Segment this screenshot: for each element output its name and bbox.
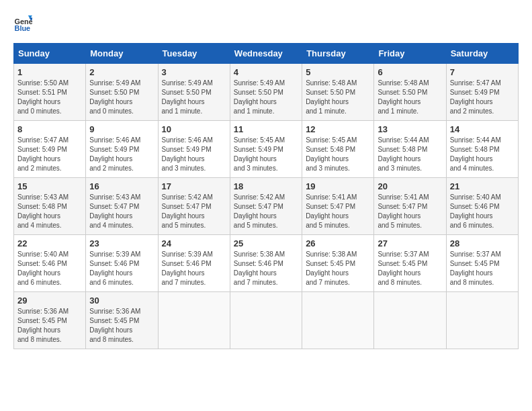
day-number: 7 bbox=[450, 67, 515, 77]
weekday-header-wednesday: Wednesday bbox=[230, 44, 302, 64]
day-number: 12 bbox=[306, 124, 370, 134]
day-number: 4 bbox=[234, 67, 298, 77]
day-number: 18 bbox=[234, 181, 298, 191]
cell-content: Sunrise: 5:42 AMSunset: 5:47 PMDaylight … bbox=[162, 193, 226, 230]
day-number: 6 bbox=[378, 67, 442, 77]
page-header: General Blue bbox=[13, 13, 519, 32]
day-number: 29 bbox=[17, 295, 82, 306]
week-row-4: 22Sunrise: 5:40 AMSunset: 5:46 PMDayligh… bbox=[14, 235, 519, 292]
calendar-cell: 19Sunrise: 5:41 AMSunset: 5:47 PMDayligh… bbox=[302, 178, 374, 235]
day-number: 10 bbox=[162, 124, 226, 134]
cell-content: Sunrise: 5:49 AMSunset: 5:50 PMDaylight … bbox=[162, 79, 226, 116]
cell-content: Sunrise: 5:43 AMSunset: 5:48 PMDaylight … bbox=[17, 193, 82, 230]
calendar-cell: 15Sunrise: 5:43 AMSunset: 5:48 PMDayligh… bbox=[14, 178, 86, 235]
day-number: 22 bbox=[17, 238, 82, 248]
cell-content: Sunrise: 5:42 AMSunset: 5:47 PMDaylight … bbox=[234, 193, 298, 230]
day-number: 21 bbox=[450, 181, 515, 191]
day-number: 17 bbox=[162, 181, 226, 191]
calendar-cell: 14Sunrise: 5:44 AMSunset: 5:48 PMDayligh… bbox=[446, 121, 518, 178]
day-number: 8 bbox=[17, 124, 82, 134]
calendar-cell: 21Sunrise: 5:40 AMSunset: 5:46 PMDayligh… bbox=[446, 178, 518, 235]
cell-content: Sunrise: 5:37 AMSunset: 5:45 PMDaylight … bbox=[378, 250, 442, 287]
calendar-cell bbox=[230, 292, 302, 349]
cell-content: Sunrise: 5:40 AMSunset: 5:46 PMDaylight … bbox=[450, 193, 515, 230]
day-number: 30 bbox=[89, 295, 154, 306]
calendar-cell: 22Sunrise: 5:40 AMSunset: 5:46 PMDayligh… bbox=[14, 235, 86, 292]
calendar-table: SundayMondayTuesdayWednesdayThursdayFrid… bbox=[13, 43, 519, 349]
cell-content: Sunrise: 5:39 AMSunset: 5:46 PMDaylight … bbox=[162, 250, 226, 287]
weekday-header-monday: Monday bbox=[86, 44, 158, 64]
day-number: 9 bbox=[89, 124, 154, 134]
calendar-cell: 1Sunrise: 5:50 AMSunset: 5:51 PMDaylight… bbox=[14, 64, 86, 121]
cell-content: Sunrise: 5:41 AMSunset: 5:47 PMDaylight … bbox=[306, 193, 370, 230]
calendar-cell: 28Sunrise: 5:37 AMSunset: 5:45 PMDayligh… bbox=[446, 235, 518, 292]
day-number: 1 bbox=[17, 67, 82, 77]
weekday-header-friday: Friday bbox=[374, 44, 446, 64]
day-number: 28 bbox=[450, 238, 515, 248]
day-number: 19 bbox=[306, 181, 370, 191]
calendar-cell: 17Sunrise: 5:42 AMSunset: 5:47 PMDayligh… bbox=[158, 178, 230, 235]
calendar-cell: 2Sunrise: 5:49 AMSunset: 5:50 PMDaylight… bbox=[86, 64, 158, 121]
calendar-cell: 12Sunrise: 5:45 AMSunset: 5:48 PMDayligh… bbox=[302, 121, 374, 178]
day-number: 20 bbox=[378, 181, 442, 191]
logo-icon: General Blue bbox=[13, 13, 32, 32]
cell-content: Sunrise: 5:38 AMSunset: 5:46 PMDaylight … bbox=[234, 250, 298, 287]
cell-content: Sunrise: 5:49 AMSunset: 5:50 PMDaylight … bbox=[234, 79, 298, 116]
calendar-cell: 29Sunrise: 5:36 AMSunset: 5:45 PMDayligh… bbox=[14, 292, 86, 349]
calendar-cell: 8Sunrise: 5:47 AMSunset: 5:49 PMDaylight… bbox=[14, 121, 86, 178]
cell-content: Sunrise: 5:39 AMSunset: 5:46 PMDaylight … bbox=[89, 250, 154, 287]
calendar-cell: 26Sunrise: 5:38 AMSunset: 5:45 PMDayligh… bbox=[302, 235, 374, 292]
calendar-cell: 6Sunrise: 5:48 AMSunset: 5:50 PMDaylight… bbox=[374, 64, 446, 121]
calendar-cell: 27Sunrise: 5:37 AMSunset: 5:45 PMDayligh… bbox=[374, 235, 446, 292]
day-number: 25 bbox=[234, 238, 298, 248]
cell-content: Sunrise: 5:36 AMSunset: 5:45 PMDaylight … bbox=[89, 307, 154, 345]
weekday-header-thursday: Thursday bbox=[302, 44, 374, 64]
day-number: 11 bbox=[234, 124, 298, 134]
cell-content: Sunrise: 5:45 AMSunset: 5:48 PMDaylight … bbox=[306, 136, 370, 173]
week-row-5: 29Sunrise: 5:36 AMSunset: 5:45 PMDayligh… bbox=[14, 292, 519, 349]
calendar-cell bbox=[374, 292, 446, 349]
weekday-header-saturday: Saturday bbox=[446, 44, 518, 64]
cell-content: Sunrise: 5:46 AMSunset: 5:49 PMDaylight … bbox=[89, 136, 154, 173]
calendar-cell: 18Sunrise: 5:42 AMSunset: 5:47 PMDayligh… bbox=[230, 178, 302, 235]
day-number: 15 bbox=[17, 181, 82, 191]
weekday-header-row: SundayMondayTuesdayWednesdayThursdayFrid… bbox=[14, 44, 519, 64]
calendar-cell: 3Sunrise: 5:49 AMSunset: 5:50 PMDaylight… bbox=[158, 64, 230, 121]
calendar-cell: 24Sunrise: 5:39 AMSunset: 5:46 PMDayligh… bbox=[158, 235, 230, 292]
day-number: 23 bbox=[89, 238, 154, 248]
calendar-cell bbox=[302, 292, 374, 349]
svg-text:Blue: Blue bbox=[15, 24, 31, 32]
calendar-cell: 5Sunrise: 5:48 AMSunset: 5:50 PMDaylight… bbox=[302, 64, 374, 121]
cell-content: Sunrise: 5:38 AMSunset: 5:45 PMDaylight … bbox=[306, 250, 370, 287]
cell-content: Sunrise: 5:50 AMSunset: 5:51 PMDaylight … bbox=[17, 79, 82, 116]
week-row-2: 8Sunrise: 5:47 AMSunset: 5:49 PMDaylight… bbox=[14, 121, 519, 178]
cell-content: Sunrise: 5:49 AMSunset: 5:50 PMDaylight … bbox=[89, 79, 154, 116]
calendar-cell: 13Sunrise: 5:44 AMSunset: 5:48 PMDayligh… bbox=[374, 121, 446, 178]
week-row-3: 15Sunrise: 5:43 AMSunset: 5:48 PMDayligh… bbox=[14, 178, 519, 235]
calendar-cell: 4Sunrise: 5:49 AMSunset: 5:50 PMDaylight… bbox=[230, 64, 302, 121]
calendar-cell bbox=[446, 292, 518, 349]
week-row-1: 1Sunrise: 5:50 AMSunset: 5:51 PMDaylight… bbox=[14, 64, 519, 121]
cell-content: Sunrise: 5:37 AMSunset: 5:45 PMDaylight … bbox=[450, 250, 515, 287]
cell-content: Sunrise: 5:46 AMSunset: 5:49 PMDaylight … bbox=[162, 136, 226, 173]
calendar-cell: 10Sunrise: 5:46 AMSunset: 5:49 PMDayligh… bbox=[158, 121, 230, 178]
day-number: 3 bbox=[162, 67, 226, 77]
weekday-header-tuesday: Tuesday bbox=[158, 44, 230, 64]
day-number: 13 bbox=[378, 124, 442, 134]
calendar-cell: 11Sunrise: 5:45 AMSunset: 5:49 PMDayligh… bbox=[230, 121, 302, 178]
day-number: 26 bbox=[306, 238, 370, 248]
calendar-cell: 30Sunrise: 5:36 AMSunset: 5:45 PMDayligh… bbox=[86, 292, 158, 349]
cell-content: Sunrise: 5:47 AMSunset: 5:49 PMDaylight … bbox=[17, 136, 82, 173]
cell-content: Sunrise: 5:47 AMSunset: 5:49 PMDaylight … bbox=[450, 79, 515, 116]
calendar-cell: 20Sunrise: 5:41 AMSunset: 5:47 PMDayligh… bbox=[374, 178, 446, 235]
calendar-cell: 16Sunrise: 5:43 AMSunset: 5:47 PMDayligh… bbox=[86, 178, 158, 235]
day-number: 16 bbox=[89, 181, 154, 191]
day-number: 24 bbox=[162, 238, 226, 248]
day-number: 27 bbox=[378, 238, 442, 248]
cell-content: Sunrise: 5:48 AMSunset: 5:50 PMDaylight … bbox=[378, 79, 442, 116]
cell-content: Sunrise: 5:40 AMSunset: 5:46 PMDaylight … bbox=[17, 250, 82, 287]
cell-content: Sunrise: 5:44 AMSunset: 5:48 PMDaylight … bbox=[450, 136, 515, 173]
calendar-cell: 9Sunrise: 5:46 AMSunset: 5:49 PMDaylight… bbox=[86, 121, 158, 178]
day-number: 14 bbox=[450, 124, 515, 134]
logo: General Blue bbox=[13, 13, 35, 32]
